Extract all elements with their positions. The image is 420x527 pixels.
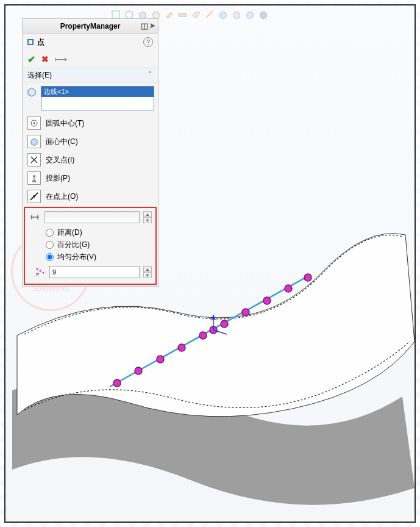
svg-point-3	[113, 379, 121, 387]
face-center-label: 面心中(C)	[46, 137, 78, 147]
count-input[interactable]	[49, 266, 140, 278]
svg-point-12	[285, 285, 292, 292]
svg-point-26	[33, 195, 35, 198]
svg-point-7	[199, 332, 207, 339]
on-point-label: 在点上(O)	[46, 192, 78, 202]
option-intersection[interactable]: 交叉点(I)	[23, 151, 158, 169]
svg-point-13	[304, 274, 311, 281]
cancel-button[interactable]: ✖	[41, 54, 49, 64]
on-point-icon	[27, 190, 41, 203]
option-projection[interactable]: 投影(P)	[23, 169, 158, 187]
svg-text:#: #	[36, 271, 39, 277]
point-feature-icon	[27, 39, 34, 45]
tool-box2-icon[interactable]	[230, 9, 243, 21]
projection-icon	[27, 171, 41, 185]
spacing-spinner[interactable]: ▲▼	[143, 211, 152, 223]
radio-even-label: 均匀分布(V)	[57, 252, 96, 262]
action-row: ✔ ✖ ⟼	[23, 51, 158, 68]
tool-ruler-icon[interactable]	[204, 9, 216, 21]
arc-center-icon	[27, 117, 41, 130]
tool-box1-icon[interactable]	[217, 9, 229, 21]
ok-button[interactable]: ✔	[27, 54, 35, 65]
radio-distance-label: 距离(D)	[57, 228, 82, 238]
spacing-icon	[29, 211, 41, 223]
panel-header: PropertyManager ◫ ➤	[23, 19, 158, 34]
intersection-icon	[27, 153, 41, 167]
selection-body: 边线<1>	[23, 82, 158, 114]
count-row: # ▲▼	[25, 264, 155, 280]
svg-point-32	[43, 271, 44, 273]
viewport[interactable]: * SW 研习社 SolidWorks PropertyManager ◫ ➤ …	[0, 0, 420, 527]
count-icon: #	[35, 266, 46, 279]
feature-row: 点 ?	[23, 34, 158, 51]
tool-dim-icon[interactable]	[177, 9, 189, 21]
feature-name: 点	[37, 37, 44, 48]
svg-point-11	[263, 297, 271, 304]
svg-point-30	[37, 268, 38, 270]
pushpin-icon[interactable]: ⟼	[55, 54, 67, 64]
option-arc-center[interactable]: 圆弧中心(T)	[23, 114, 158, 132]
svg-point-31	[40, 270, 41, 271]
radio-distance-input[interactable]	[46, 229, 54, 237]
panel-title: PropertyManager	[60, 22, 121, 30]
section-select-header[interactable]: 选择(E) ˄	[23, 68, 158, 82]
section-select-label: 选择(E)	[27, 70, 52, 81]
svg-point-4	[135, 367, 142, 375]
svg-point-9	[221, 320, 228, 328]
radio-even-input[interactable]	[46, 253, 54, 261]
count-spinner[interactable]: ▲▼	[143, 266, 152, 278]
help-icon[interactable]: ?	[143, 37, 153, 47]
intersection-label: 交叉点(I)	[46, 155, 74, 165]
arc-center-label: 圆弧中心(T)	[46, 118, 84, 129]
svg-point-19	[34, 123, 35, 124]
property-manager-panel: PropertyManager ◫ ➤ 点 ? ✔ ✖ ⟼ 选择(E) ˄ 边	[22, 18, 158, 287]
tool-box3-icon[interactable]	[244, 9, 256, 21]
svg-point-22	[33, 175, 35, 177]
panel-pin-icon[interactable]: ➤	[149, 21, 155, 30]
svg-point-6	[178, 344, 185, 351]
collapse-icon: ˄	[148, 71, 152, 79]
option-on-point[interactable]: 在点上(O)	[23, 187, 158, 206]
spacing-row: ▲▼	[25, 209, 155, 225]
radio-percent[interactable]: 百分比(G)	[46, 238, 152, 251]
selection-list[interactable]: 边线<1>	[41, 86, 154, 110]
svg-point-10	[242, 309, 249, 316]
svg-point-5	[157, 356, 164, 363]
tool-paint-icon[interactable]	[163, 9, 176, 21]
projection-label: 投影(P)	[46, 173, 70, 184]
svg-rect-0	[112, 11, 119, 18]
tool-plane-icon[interactable]	[190, 9, 202, 21]
radio-percent-input[interactable]	[46, 241, 54, 249]
svg-point-1	[126, 11, 133, 18]
radio-percent-label: 百分比(G)	[57, 240, 90, 250]
distribution-radios: 距离(D) 百分比(G) 均匀分布(V)	[25, 225, 155, 264]
radio-even[interactable]: 均匀分布(V)	[46, 251, 152, 263]
svg-text:*: *	[210, 317, 213, 325]
option-face-center[interactable]: 面心中(C)	[23, 132, 158, 151]
spacing-input[interactable]	[44, 211, 140, 223]
edge-select-icon[interactable]	[26, 86, 37, 97]
panel-split-icon[interactable]: ◫	[141, 21, 148, 30]
radio-distance[interactable]: 距离(D)	[46, 226, 152, 238]
highlighted-params: ▲▼ 距离(D) 百分比(G) 均匀分布(V) # ▲▼	[24, 207, 157, 285]
tool-box4-icon[interactable]	[257, 9, 269, 21]
selection-item[interactable]: 边线<1>	[41, 87, 154, 97]
svg-rect-2	[179, 13, 187, 16]
face-center-icon	[27, 135, 41, 148]
